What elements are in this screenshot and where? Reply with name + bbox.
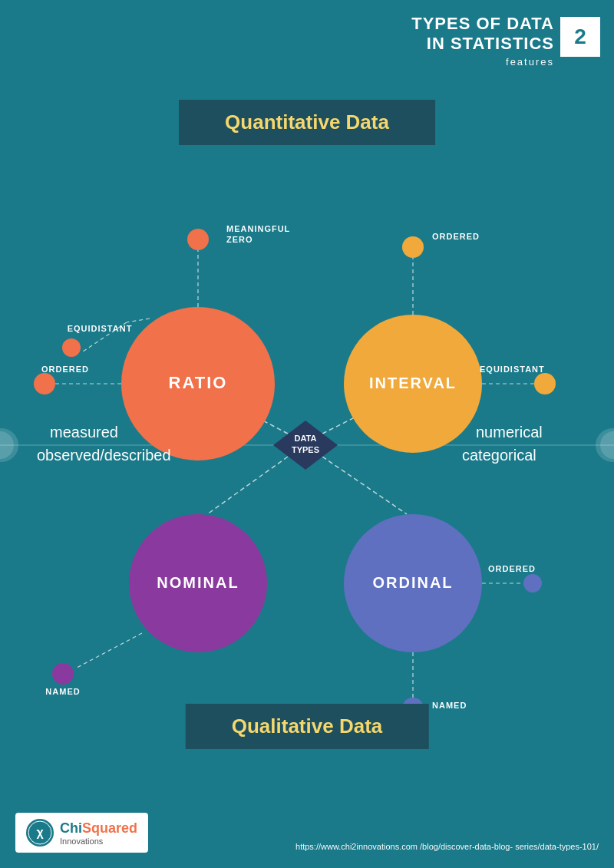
interval-equidistant-label: EQUIDISTANT — [480, 365, 545, 374]
ratio-equidistant-dot — [62, 338, 81, 357]
ratio-ordered-dot — [34, 373, 55, 394]
svg-line-4 — [127, 318, 150, 322]
logo-innovations-text: Innovations — [60, 837, 137, 846]
observed-label: observed/described — [37, 447, 171, 464]
logo-chi-text: ChiSquared — [60, 820, 137, 837]
logo-icon: χ — [26, 819, 54, 847]
main-diagram-svg: RATIO INTERVAL NOMINAL ORDINAL DATA TYPE… — [0, 146, 614, 744]
ratio-zero-label: ZERO — [226, 235, 253, 244]
interval-label: INTERVAL — [369, 375, 457, 391]
interval-equidistant-dot — [534, 373, 556, 394]
svg-text:χ: χ — [36, 826, 44, 839]
title-badge: 2 — [560, 17, 600, 57]
diagram: RATIO INTERVAL NOMINAL ORDINAL DATA TYPE… — [0, 146, 614, 744]
nominal-named-label: NAMED — [45, 687, 80, 696]
ordinal-ordered-dot — [523, 574, 542, 592]
numerical-label: numerical — [476, 424, 543, 441]
ratio-ordered-label: ORDERED — [41, 365, 89, 374]
measured-label: measured — [50, 424, 118, 441]
logo-area: χ ChiSquared Innovations — [15, 813, 148, 853]
qualitative-banner: Qualitative Data — [186, 704, 429, 749]
title-text: TYPES OF DATAIN STATISTICS features — [411, 14, 554, 68]
ratio-equidistant-label: EQUIDISTANT — [68, 324, 133, 333]
ratio-meaningful-label: MEANINGFUL — [226, 224, 290, 233]
ordinal-label: ORDINAL — [372, 574, 453, 591]
categorical-label: categorical — [462, 447, 536, 464]
ratio-label: RATIO — [169, 373, 228, 392]
title-area: TYPES OF DATAIN STATISTICS features 2 — [411, 14, 600, 68]
url-text: https://www.chi2innovations.com /blog/di… — [295, 840, 599, 853]
title-main: TYPES OF DATAIN STATISTICS — [411, 14, 554, 54]
nominal-named-dot — [52, 663, 74, 685]
ordinal-ordered-label: ORDERED — [488, 564, 536, 573]
svg-line-2 — [207, 457, 288, 514]
interval-ordered-dot — [402, 236, 424, 258]
nominal-label: NOMINAL — [157, 574, 239, 591]
title-sub: features — [411, 56, 554, 68]
center-label1: DATA — [295, 434, 317, 443]
logo-text-block: ChiSquared Innovations — [60, 820, 137, 846]
ordinal-named-label: NAMED — [432, 701, 467, 710]
svg-line-3 — [322, 457, 407, 514]
url-label: https://www.chi2innovations.com /blog/di… — [295, 842, 599, 851]
quantitative-banner: Quantitative Data — [179, 100, 435, 145]
center-label2: TYPES — [292, 445, 319, 454]
svg-line-10 — [77, 633, 142, 668]
ratio-meaningful-dot — [187, 229, 209, 250]
interval-ordered-label: ORDERED — [432, 232, 480, 241]
